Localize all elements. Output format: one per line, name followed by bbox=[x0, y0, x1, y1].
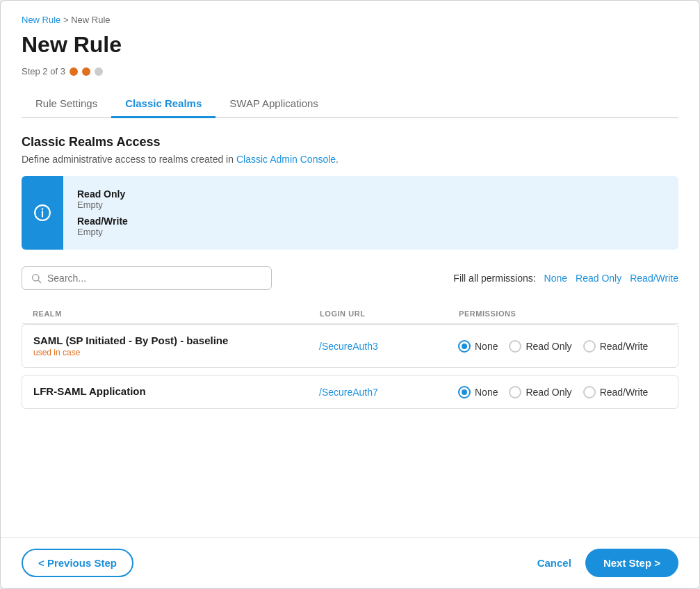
step-dot-2 bbox=[82, 67, 90, 76]
breadcrumb-current: New Rule bbox=[71, 15, 110, 25]
info-row-read-only: Read Only Empty bbox=[77, 188, 665, 210]
radio-read-only-circle bbox=[509, 340, 521, 353]
section-desc-link[interactable]: Classic Admin Console bbox=[236, 154, 336, 165]
next-step-button[interactable]: Next Step > bbox=[585, 549, 678, 577]
realm-info: SAML (SP Initiated - By Post) - baseline… bbox=[33, 334, 319, 357]
realm-name: SAML (SP Initiated - By Post) - baseline bbox=[33, 334, 319, 346]
fill-read-only-link[interactable]: Read Only bbox=[576, 273, 621, 284]
permission-read-only[interactable]: Read Only bbox=[509, 386, 571, 398]
permission-none[interactable]: None bbox=[458, 340, 498, 353]
header-realm: REALM bbox=[33, 309, 320, 318]
page-title: New Rule bbox=[22, 32, 678, 58]
step-dot-1 bbox=[70, 67, 78, 76]
info-read-write-label: Read/Write bbox=[77, 216, 665, 227]
svg-line-4 bbox=[38, 280, 41, 283]
login-url: /SecureAuth7 bbox=[319, 387, 458, 398]
permissions-group: None Read Only Read/Write bbox=[458, 386, 667, 398]
breadcrumb: New Rule > New Rule bbox=[22, 15, 678, 25]
fill-read-write-link[interactable]: Read/Write bbox=[630, 273, 678, 284]
radio-none-label: None bbox=[475, 387, 498, 398]
tabs: Rule Settings Classic Realms SWAP Applic… bbox=[22, 90, 678, 118]
info-read-only-value: Empty bbox=[77, 200, 665, 210]
permissions-group: None Read Only Read/Write bbox=[458, 340, 667, 353]
step-label: Step 2 of 3 bbox=[22, 66, 65, 76]
info-box-icon bbox=[22, 176, 63, 250]
realm-name: LFR-SAML Application bbox=[33, 385, 319, 397]
step-indicator: Step 2 of 3 bbox=[22, 66, 678, 76]
info-box-content: Read Only Empty Read/Write Empty bbox=[63, 176, 678, 250]
main-content: New Rule > New Rule New Rule Step 2 of 3… bbox=[1, 1, 699, 537]
radio-read-write-circle bbox=[583, 386, 596, 398]
info-read-write-value: Empty bbox=[77, 227, 665, 237]
previous-step-button[interactable]: < Previous Step bbox=[22, 549, 133, 577]
radio-read-write-label: Read/Write bbox=[600, 387, 649, 398]
radio-read-only-label: Read Only bbox=[526, 341, 571, 352]
realm-sub: used in case bbox=[33, 348, 319, 357]
breadcrumb-separator: > bbox=[63, 15, 69, 25]
fill-permissions-label: Fill all permissions: bbox=[453, 273, 535, 284]
permission-read-only[interactable]: Read Only bbox=[509, 340, 571, 353]
fill-none-link[interactable]: None bbox=[544, 273, 567, 284]
search-fill-row: Fill all permissions: None Read Only Rea… bbox=[22, 266, 678, 290]
radio-read-only-circle bbox=[509, 386, 521, 398]
footer: < Previous Step Cancel Next Step > bbox=[1, 537, 699, 588]
tab-swap-applications[interactable]: SWAP Applications bbox=[215, 90, 332, 118]
fill-permissions: Fill all permissions: None Read Only Rea… bbox=[453, 273, 678, 284]
cancel-button[interactable]: Cancel bbox=[537, 557, 571, 569]
login-url: /SecureAuth3 bbox=[319, 341, 458, 352]
permission-read-write[interactable]: Read/Write bbox=[583, 386, 649, 398]
footer-right: Cancel Next Step > bbox=[537, 549, 678, 577]
tab-rule-settings[interactable]: Rule Settings bbox=[22, 90, 111, 118]
section-description: Define administrative access to realms c… bbox=[22, 154, 678, 165]
realm-info: LFR-SAML Application bbox=[33, 385, 319, 398]
search-box bbox=[22, 266, 272, 290]
radio-none-selected bbox=[458, 340, 471, 353]
permission-read-write[interactable]: Read/Write bbox=[583, 340, 649, 353]
info-row-read-write: Read/Write Empty bbox=[77, 216, 665, 237]
radio-read-write-circle bbox=[583, 340, 596, 353]
radio-none-label: None bbox=[475, 341, 498, 352]
step-dot-3 bbox=[95, 67, 103, 76]
section-title: Classic Realms Access bbox=[22, 135, 678, 150]
header-permissions: PERMISSIONS bbox=[459, 309, 667, 318]
table-row: SAML (SP Initiated - By Post) - baseline… bbox=[22, 324, 678, 368]
header-login-url: LOGIN URL bbox=[320, 309, 459, 318]
tab-classic-realms[interactable]: Classic Realms bbox=[111, 90, 215, 118]
section-desc-prefix: Define administrative access to realms c… bbox=[22, 154, 236, 165]
info-box: Read Only Empty Read/Write Empty bbox=[22, 176, 678, 250]
svg-point-2 bbox=[42, 208, 44, 210]
radio-read-only-label: Read Only bbox=[526, 387, 571, 398]
page-container: New Rule > New Rule New Rule Step 2 of 3… bbox=[0, 0, 700, 589]
search-input[interactable] bbox=[47, 273, 263, 284]
radio-read-write-label: Read/Write bbox=[600, 341, 649, 352]
radio-none-selected bbox=[458, 386, 471, 398]
search-icon bbox=[31, 273, 42, 284]
table-header: REALM LOGIN URL PERMISSIONS bbox=[22, 304, 678, 324]
table-row: LFR-SAML Application /SecureAuth7 None R… bbox=[22, 375, 678, 409]
breadcrumb-parent[interactable]: New Rule bbox=[22, 15, 60, 25]
section-desc-suffix: . bbox=[336, 154, 339, 165]
permission-none[interactable]: None bbox=[458, 386, 498, 398]
info-read-only-label: Read Only bbox=[77, 188, 665, 200]
